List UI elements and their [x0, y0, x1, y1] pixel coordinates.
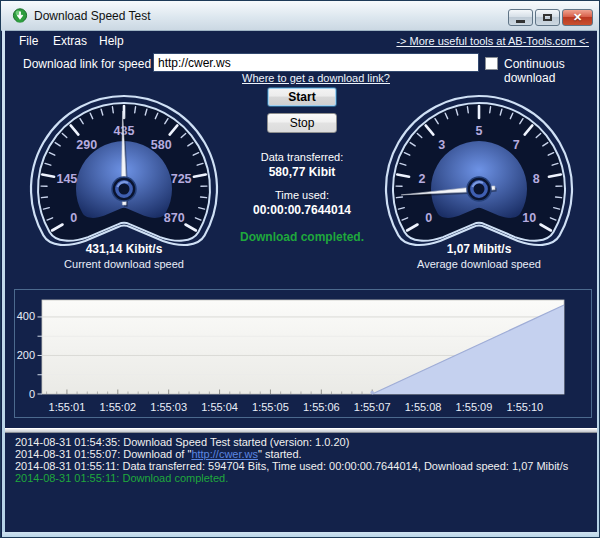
app-window: Download Speed Test ✕ File Extras Help -…	[0, 0, 600, 538]
app-icon	[12, 8, 28, 24]
svg-text:1:55:07: 1:55:07	[354, 401, 391, 413]
svg-text:1:55:06: 1:55:06	[303, 401, 340, 413]
close-icon: ✕	[573, 12, 582, 23]
log-text: 2014-08-31 01:55:11: Download completed.	[15, 472, 228, 484]
svg-text:1:55:04: 1:55:04	[201, 401, 238, 413]
start-button[interactable]: Start	[267, 87, 337, 107]
svg-text:1:55:08: 1:55:08	[405, 401, 442, 413]
log-text: 2014-08-31 01:55:11: Data transferred: 5…	[15, 460, 568, 472]
svg-text:1:55:01: 1:55:01	[49, 401, 86, 413]
log-panel: 2014-08-31 01:54:35: Download Speed Test…	[5, 433, 597, 532]
maximize-button[interactable]	[535, 9, 560, 26]
maximize-icon	[543, 14, 552, 21]
svg-text:10: 10	[522, 211, 536, 225]
continuous-download-label: Continuous download	[504, 57, 599, 85]
time-used-value: 00:00:00.7644014	[253, 203, 351, 217]
speed-history-plot: 02004001:55:011:55:021:55:031:55:041:55:…	[15, 290, 591, 417]
minimize-icon	[516, 20, 525, 23]
svg-text:1:55:09: 1:55:09	[456, 401, 493, 413]
current-speed-gauge: 0145290435580725870	[24, 92, 224, 248]
log-line: 2014-08-31 01:54:35: Download Speed Test…	[15, 436, 597, 448]
svg-text:725: 725	[171, 172, 192, 186]
minimize-button[interactable]	[508, 9, 533, 26]
average-speed-value: 1,07 Mibit/s	[447, 242, 512, 256]
svg-text:1:55:02: 1:55:02	[99, 401, 136, 413]
svg-text:2: 2	[418, 172, 425, 186]
data-transferred-value: 580,77 Kibit	[269, 165, 336, 179]
download-completed-text: Download completed.	[240, 230, 364, 244]
window-frame-bottom	[2, 532, 600, 538]
svg-text:0: 0	[70, 211, 77, 225]
title-bar[interactable]: Download Speed Test ✕	[1, 1, 599, 31]
svg-text:0: 0	[425, 211, 432, 225]
log-url-link[interactable]: http://cwer.ws	[191, 448, 258, 460]
log-line: 2014-08-31 01:55:11: Data transferred: 5…	[15, 460, 597, 472]
window-title: Download Speed Test	[34, 9, 151, 23]
data-transferred-label: Data transferred:	[261, 151, 344, 163]
svg-text:290: 290	[76, 138, 97, 152]
svg-text:1:55:05: 1:55:05	[252, 401, 289, 413]
svg-text:400: 400	[17, 310, 35, 322]
svg-text:1:55:10: 1:55:10	[506, 401, 543, 413]
svg-text:7: 7	[513, 138, 520, 152]
current-speed-value: 431,14 Kibit/s	[86, 242, 163, 256]
menu-file[interactable]: File	[19, 34, 38, 48]
svg-text:5: 5	[476, 124, 483, 138]
svg-text:3: 3	[438, 138, 445, 152]
svg-text:145: 145	[56, 172, 77, 186]
average-speed-caption: Average download speed	[417, 258, 541, 270]
svg-text:200: 200	[17, 349, 35, 361]
menu-extras[interactable]: Extras	[53, 34, 87, 48]
close-button[interactable]: ✕	[562, 9, 593, 26]
svg-text:870: 870	[164, 211, 185, 225]
log-line: 2014-08-31 01:55:07: Download of "http:/…	[15, 448, 597, 460]
current-speed-caption: Current download speed	[64, 258, 184, 270]
where-to-get-link[interactable]: Where to get a download link?	[242, 72, 390, 84]
svg-text:0: 0	[29, 388, 35, 400]
svg-text:580: 580	[151, 138, 172, 152]
time-used-label: Time used:	[275, 189, 329, 201]
log-text: 2014-08-31 01:54:35: Download Speed Test…	[15, 436, 349, 448]
promo-link[interactable]: -> More useful tools at AB-Tools.com <-	[396, 35, 589, 47]
speed-history-chart: 02004001:55:011:55:021:55:031:55:041:55:…	[14, 289, 592, 418]
url-input[interactable]	[153, 53, 479, 72]
continuous-download-checkbox[interactable]	[485, 57, 498, 70]
svg-text:1:55:03: 1:55:03	[150, 401, 187, 413]
stop-button[interactable]: Stop	[267, 113, 337, 133]
log-text: 2014-08-31 01:55:07: Download of "	[15, 448, 191, 460]
svg-text:8: 8	[533, 172, 540, 186]
log-text: " started.	[258, 448, 302, 460]
average-speed-gauge: 02357810	[379, 92, 579, 248]
menu-help[interactable]: Help	[99, 34, 124, 48]
log-line: 2014-08-31 01:55:11: Download completed.	[15, 472, 597, 484]
